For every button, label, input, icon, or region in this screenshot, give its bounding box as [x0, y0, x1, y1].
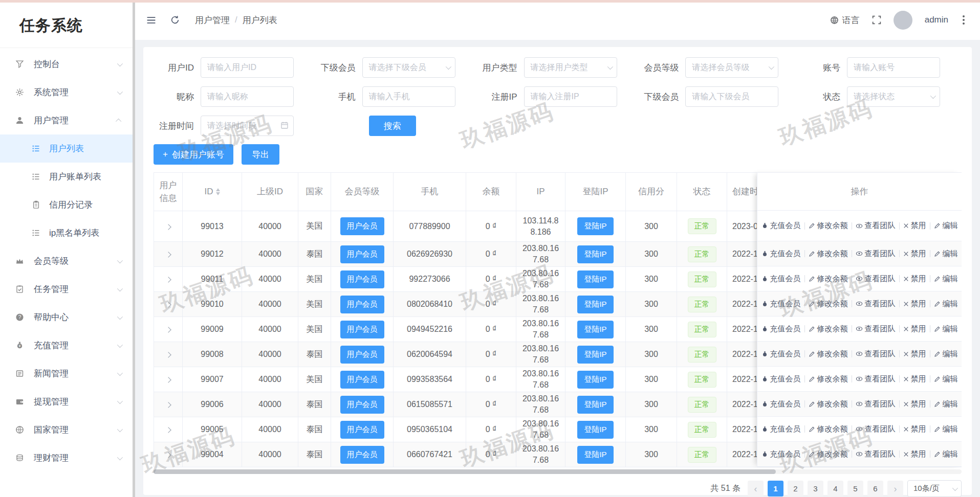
login-ip-button[interactable]: 登陆IP — [577, 371, 613, 389]
page-button-4[interactable]: 4 — [827, 481, 843, 496]
user-id-input[interactable] — [201, 57, 294, 78]
edit-link[interactable]: 编辑 — [934, 374, 958, 384]
disable-link[interactable]: 禁用 — [903, 449, 926, 459]
phone-input[interactable] — [362, 86, 455, 107]
edit-link[interactable]: 编辑 — [934, 424, 958, 434]
expand-row-icon[interactable] — [165, 327, 171, 332]
sidebar-item-ip-blacklist[interactable]: ip黑名单列表 — [0, 219, 133, 247]
login-ip-button[interactable]: 登陆IP — [577, 396, 613, 414]
sidebar-item-task-management[interactable]: 任务管理 — [0, 275, 133, 303]
login-ip-button[interactable]: 登陆IP — [577, 217, 613, 235]
register-time-input[interactable] — [201, 116, 294, 136]
disable-link[interactable]: 禁用 — [903, 299, 926, 309]
sidebar-item-console[interactable]: 控制台 — [0, 50, 133, 78]
member-level-button[interactable]: 用户会员 — [340, 446, 384, 464]
view-team-link[interactable]: 查看团队 — [856, 324, 896, 334]
member-level-button[interactable]: 用户会员 — [340, 245, 384, 263]
page-button-6[interactable]: 6 — [867, 481, 883, 496]
page-button-3[interactable]: 3 — [808, 481, 823, 496]
recharge-member-link[interactable]: 充值会员 — [761, 274, 801, 284]
modify-balance-link[interactable]: 修改余额 — [809, 399, 848, 409]
sidebar-item-help-center[interactable]: ? 帮助中心 — [0, 303, 133, 331]
export-button[interactable]: 导出 — [242, 144, 279, 165]
disable-link[interactable]: 禁用 — [903, 374, 926, 384]
disable-link[interactable]: 禁用 — [903, 274, 926, 284]
expand-row-icon[interactable] — [165, 224, 171, 230]
recharge-member-link[interactable]: 充值会员 — [761, 299, 801, 309]
recharge-member-link[interactable]: 充值会员 — [761, 449, 801, 459]
login-ip-button[interactable]: 登陆IP — [577, 346, 613, 364]
view-team-link[interactable]: 查看团队 — [856, 274, 896, 284]
modify-balance-link[interactable]: 修改余额 — [809, 274, 848, 284]
expand-row-icon[interactable] — [165, 402, 171, 408]
member-level-button[interactable]: 用户会员 — [340, 217, 384, 235]
expand-row-icon[interactable] — [165, 377, 171, 382]
page-button-1[interactable]: 1 — [768, 481, 783, 496]
sidebar-item-recharge-management[interactable]: ¥ 充值管理 — [0, 331, 133, 359]
login-ip-button[interactable]: 登陆IP — [577, 421, 613, 439]
edit-link[interactable]: 编辑 — [934, 324, 958, 334]
refresh-icon[interactable] — [170, 15, 180, 25]
login-ip-button[interactable]: 登陆IP — [577, 270, 613, 288]
disable-link[interactable]: 禁用 — [903, 221, 926, 231]
sub-member-select[interactable]: 请选择下级会员 — [362, 57, 455, 78]
recharge-member-link[interactable]: 充值会员 — [761, 399, 801, 409]
login-ip-button[interactable]: 登陆IP — [577, 245, 613, 263]
expand-row-icon[interactable] — [165, 352, 171, 357]
edit-link[interactable]: 编辑 — [934, 221, 958, 231]
more-options-icon[interactable] — [961, 13, 967, 27]
edit-link[interactable]: 编辑 — [934, 299, 958, 309]
login-ip-button[interactable]: 登陆IP — [577, 296, 613, 313]
member-level-button[interactable]: 用户会员 — [340, 421, 384, 439]
member-level-select[interactable]: 请选择会员等级 — [685, 57, 778, 78]
fullscreen-icon[interactable] — [872, 15, 881, 25]
recharge-member-link[interactable]: 充值会员 — [761, 249, 801, 259]
register-time-picker[interactable] — [201, 116, 294, 136]
disable-link[interactable]: 禁用 — [903, 399, 926, 409]
expand-row-icon[interactable] — [165, 302, 171, 307]
user-type-select[interactable]: 请选择用户类型 — [524, 57, 617, 78]
sidebar-item-news-management[interactable]: 新闻管理 — [0, 359, 133, 388]
sidebar-item-user-list[interactable]: 用户列表 — [0, 134, 133, 163]
sidebar-item-country-management[interactable]: 国家管理 — [0, 416, 133, 444]
page-size-select[interactable]: 10条/页 — [907, 480, 962, 497]
hamburger-menu-icon[interactable] — [146, 16, 156, 25]
edit-link[interactable]: 编辑 — [934, 249, 958, 259]
sidebar-item-system[interactable]: 系统管理 — [0, 78, 133, 106]
modify-balance-link[interactable]: 修改余额 — [809, 221, 848, 231]
member-level-button[interactable]: 用户会员 — [340, 270, 384, 288]
recharge-member-link[interactable]: 充值会员 — [761, 349, 801, 359]
recharge-member-link[interactable]: 充值会员 — [761, 374, 801, 384]
member-level-button[interactable]: 用户会员 — [340, 346, 384, 364]
view-team-link[interactable]: 查看团队 — [856, 249, 896, 259]
create-user-button[interactable]: + 创建用户账号 — [154, 144, 233, 165]
edit-link[interactable]: 编辑 — [934, 449, 958, 459]
recharge-member-link[interactable]: 充值会员 — [761, 221, 801, 231]
sidebar-item-finance-management[interactable]: 理财管理 — [0, 444, 133, 472]
expand-row-icon[interactable] — [165, 427, 171, 433]
disable-link[interactable]: 禁用 — [903, 324, 926, 334]
account-input[interactable] — [847, 57, 940, 78]
sidebar-item-user-bill-list[interactable]: 用户账单列表 — [0, 163, 133, 191]
expand-row-icon[interactable] — [165, 452, 171, 458]
recharge-member-link[interactable]: 充值会员 — [761, 324, 801, 334]
login-ip-button[interactable]: 登陆IP — [577, 321, 613, 338]
nickname-input[interactable] — [201, 86, 294, 107]
sort-icon[interactable] — [216, 188, 220, 195]
disable-link[interactable]: 禁用 — [903, 424, 926, 434]
sidebar-item-users[interactable]: 用户管理 — [0, 106, 133, 134]
member-level-button[interactable]: 用户会员 — [340, 396, 384, 414]
view-team-link[interactable]: 查看团队 — [856, 349, 896, 359]
breadcrumb-section[interactable]: 用户管理 — [195, 14, 230, 26]
sidebar-scrollbar[interactable] — [133, 0, 135, 497]
register-ip-input[interactable] — [524, 86, 617, 107]
status-select[interactable]: 请选择状态 — [847, 86, 940, 107]
recharge-member-link[interactable]: 充值会员 — [761, 424, 801, 434]
modify-balance-link[interactable]: 修改余额 — [809, 449, 848, 459]
expand-row-icon[interactable] — [165, 277, 171, 282]
view-team-link[interactable]: 查看团队 — [856, 221, 896, 231]
col-id[interactable]: ID — [183, 173, 242, 211]
language-switcher[interactable]: 语言 — [830, 14, 860, 26]
member-level-button[interactable]: 用户会员 — [340, 296, 384, 313]
page-button-5[interactable]: 5 — [847, 481, 863, 496]
